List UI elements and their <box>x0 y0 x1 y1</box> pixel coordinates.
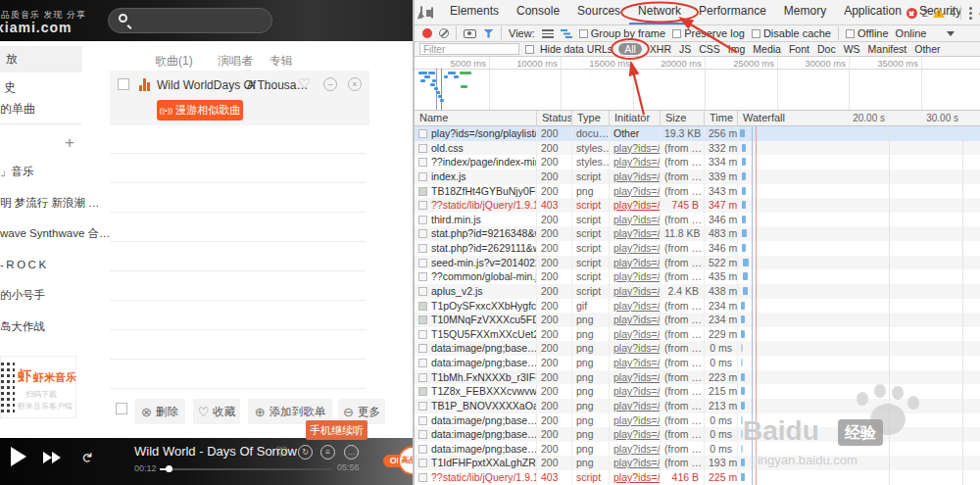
column-waterfall[interactable]: Waterfall 20.00 s 30.00 s <box>738 111 980 125</box>
network-request-row[interactable]: index.js200scriptplay?ids=/so…(from …339… <box>415 170 980 184</box>
network-request-row[interactable]: ??index/page/index-min.c…200styles…play?… <box>415 155 980 170</box>
option-disable-cache[interactable]: Disable cache <box>752 27 831 39</box>
sidebar-playlist-item[interactable]: 明 梦流行 新浪潮 … <box>0 194 100 212</box>
chevron-down-icon[interactable] <box>947 31 955 36</box>
request-name-cell[interactable]: TB1P_BNOVXXXXaOaXXX… <box>415 399 537 413</box>
checkbox[interactable] <box>672 29 681 38</box>
sidebar-item-songs[interactable]: 的单曲 <box>0 99 35 119</box>
repeat-icon[interactable]: ↻ <box>79 452 95 463</box>
remove-icon[interactable]: × <box>348 77 362 91</box>
network-request-row[interactable]: seed-min.js?v=201402251…200scriptplay?id… <box>415 256 980 270</box>
initiator-link[interactable]: play?ids=/so… <box>613 428 661 440</box>
request-initiator[interactable]: play?ids=/so… <box>610 399 661 413</box>
request-initiator[interactable]: play?ids=/so… <box>610 213 661 227</box>
network-request-row[interactable]: aplus_v2.js200scriptplay?ids=/so…2.4 KB4… <box>415 284 980 299</box>
request-initiator[interactable]: play?ids=/so… <box>610 470 661 485</box>
network-request-row[interactable]: data:image/png;base…200pngplay?ids=/so…(… <box>415 413 980 428</box>
initiator-link[interactable]: play?ids=/so… <box>613 170 661 182</box>
request-initiator[interactable]: play?ids=/so… <box>610 299 661 314</box>
warning-count[interactable]: 4 <box>950 7 956 19</box>
request-name-cell[interactable]: ??common/global-min.js,… <box>415 269 537 284</box>
warning-icon[interactable] <box>933 8 945 18</box>
network-request-row[interactable]: play?ids=/song/playlist/id…200docu…Other… <box>415 126 980 141</box>
network-request-row[interactable]: T1bMh.FxNXXXb_r3IF-72-…200pngplay?ids=/s… <box>415 370 980 385</box>
kebab-menu-icon[interactable] <box>966 7 975 20</box>
initiator-link[interactable]: play?ids=/so… <box>613 285 661 297</box>
request-initiator[interactable]: play?ids=/so… <box>610 198 661 213</box>
tab-songs[interactable]: 歌曲(1) <box>155 53 193 70</box>
network-request-row[interactable]: ??common/global-min.js,…200scriptplay?id… <box>415 269 980 284</box>
request-initiator[interactable]: play?ids=/so… <box>610 356 661 370</box>
request-name-cell[interactable]: play?ids=/song/playlist/id… <box>415 126 537 141</box>
filter-type-css[interactable]: CSS <box>699 43 720 55</box>
initiator-link[interactable]: play?ids=/so… <box>613 156 661 168</box>
filter-type-media[interactable]: Media <box>753 43 781 55</box>
request-name-cell[interactable]: ??static/lib/jQuery/1.9.1/j… <box>415 198 537 213</box>
request-name-cell[interactable]: T1pOySFxxcXXbHygfc-30-… <box>415 299 537 314</box>
request-name-cell[interactable]: T1Z8x_FEBXXXcvwvwe-42… <box>415 384 537 399</box>
song-checkbox[interactable] <box>118 78 129 90</box>
throttling-select[interactable]: Online <box>896 27 927 39</box>
request-initiator[interactable]: play?ids=/so… <box>610 370 661 385</box>
request-name-cell[interactable]: data:image/png;base… <box>415 341 537 356</box>
request-initiator[interactable]: play?ids=/so… <box>610 269 661 284</box>
request-name-cell[interactable]: stat.php?id=2629111&we… <box>415 241 537 256</box>
column-type[interactable]: Type <box>572 111 610 125</box>
initiator-link[interactable]: play?ids=/so… <box>613 342 661 354</box>
column-initiator[interactable]: Initiator <box>610 111 661 125</box>
checkbox[interactable] <box>752 29 760 38</box>
filter-type-ws[interactable]: WS <box>844 43 860 55</box>
initiator-link[interactable]: play?ids=/so… <box>613 227 661 239</box>
column-size[interactable]: Size <box>661 111 705 125</box>
sidebar-playlist-item[interactable]: 的小号手 <box>0 286 45 304</box>
request-name-cell[interactable]: T15QU5FXXmXXcUet2f-1… <box>415 327 537 342</box>
tab-artists[interactable]: 演唱者 <box>218 53 253 70</box>
request-name-cell[interactable]: third.min.js <box>415 213 537 227</box>
sidebar-playlist-item[interactable]: wave Synthwave 合… <box>0 224 111 242</box>
network-request-row[interactable]: stat.php?id=2629111&we…200scriptplay?ids… <box>415 241 980 256</box>
network-request-row[interactable]: ??static/lib/jQuery/1.9.1/j…403scriptpla… <box>415 470 980 485</box>
sidebar-playlist-item[interactable]: -ROCK <box>0 256 49 273</box>
request-name-cell[interactable]: T10MNqFzVXXXcu5FDa-2… <box>415 313 537 327</box>
song-row[interactable]: Wild WorldDays Of … A Thousa… ♡ – × ((•)… <box>110 71 369 125</box>
initiator-link[interactable]: play?ids=/so… <box>613 142 661 154</box>
option-group-by-frame[interactable]: Group by frame <box>579 27 665 39</box>
request-initiator[interactable]: play?ids=/so… <box>610 413 661 428</box>
player-favorite-icon[interactable]: ♡ <box>275 444 288 460</box>
filter-type-xhr[interactable]: XHR <box>650 43 671 55</box>
initiator-link[interactable]: play?ids=/so… <box>613 242 661 254</box>
search-bar[interactable] <box>108 8 272 33</box>
request-initiator[interactable]: play?ids=/so… <box>610 313 661 327</box>
initiator-link[interactable]: play?ids=/so… <box>613 314 661 325</box>
network-request-row[interactable]: T1IdFHFpxtXXaLghZR-80-…200pngplay?ids=/s… <box>415 456 980 470</box>
filter-type-manifest[interactable]: Manifest <box>868 43 907 55</box>
hide-data-urls-checkbox[interactable] <box>525 45 534 54</box>
initiator-link[interactable]: play?ids=/so… <box>613 443 661 455</box>
request-initiator[interactable]: play?ids=/so… <box>610 170 661 184</box>
initiator-link[interactable]: play?ids=/so… <box>613 300 661 312</box>
network-request-row[interactable]: T10MNqFzVXXXcu5FDa-2…200pngplay?ids=/so…… <box>415 313 980 327</box>
favorite-icon[interactable]: ♡ <box>298 76 311 90</box>
option-preserve-log[interactable]: Preserve log <box>672 27 745 39</box>
roam-similar-button[interactable]: ((•)) 漫游相似歌曲 <box>157 100 243 121</box>
xiami-logo[interactable]: xiami.com <box>0 20 72 35</box>
network-request-row[interactable]: data:image/png;base…200pngplay?ids=/so…(… <box>415 356 980 370</box>
select-all-checkbox[interactable] <box>116 403 127 414</box>
add-playlist-button[interactable]: + <box>65 133 74 153</box>
initiator-link[interactable]: play?ids=/so… <box>613 471 661 483</box>
player-song-title[interactable]: Wild World - Days Of Sorrow <box>134 444 297 459</box>
request-name-cell[interactable]: index.js <box>415 170 537 184</box>
request-initiator[interactable]: play?ids=/so… <box>610 456 661 470</box>
offline-checkbox[interactable] <box>846 29 855 38</box>
filter-type-doc[interactable]: Doc <box>817 43 836 55</box>
request-initiator[interactable]: Other <box>610 126 661 141</box>
initiator-link[interactable]: play?ids=/so… <box>613 185 661 197</box>
share-icon[interactable]: ↻ <box>298 445 313 460</box>
initiator-link[interactable]: play?ids=/so… <box>613 414 661 426</box>
column-name[interactable]: Name <box>415 111 537 125</box>
continue-on-phone-button[interactable]: 手机继续听 <box>306 420 368 440</box>
error-count[interactable]: 2 <box>922 7 928 19</box>
network-request-row[interactable]: TB1P_BNOVXXXXaOaXXX…200pngplay?ids=/so…(… <box>415 399 980 413</box>
clear-button[interactable] <box>439 28 449 38</box>
tab-performance[interactable]: Performance <box>690 0 775 24</box>
